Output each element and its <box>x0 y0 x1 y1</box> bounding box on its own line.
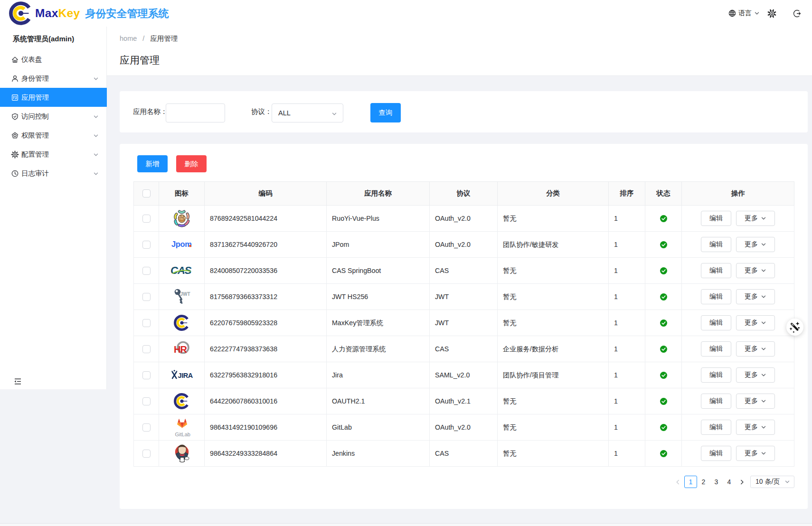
svg-text:JIRA: JIRA <box>178 372 193 379</box>
svg-text:HR: HR <box>174 344 187 355</box>
svg-text:GitLab: GitLab <box>175 432 190 437</box>
svg-text:JWT: JWT <box>180 291 190 297</box>
svg-text:Jpom: Jpom <box>171 240 191 248</box>
